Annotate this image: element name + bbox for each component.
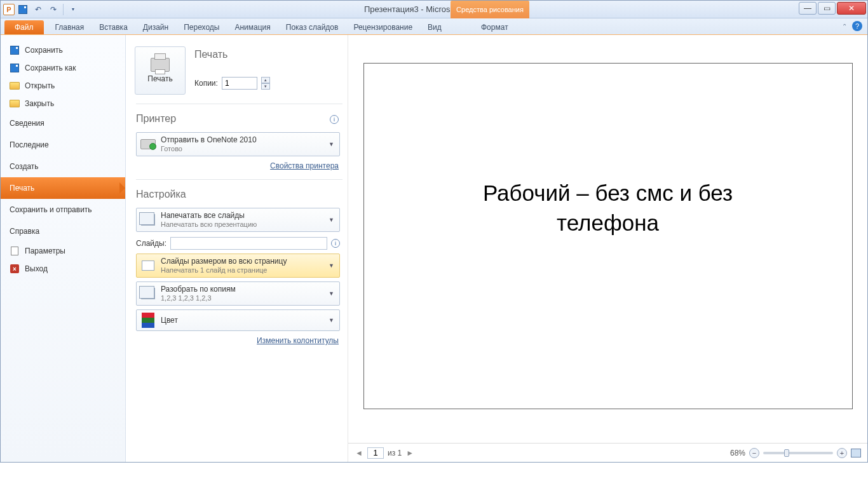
qat-separator bbox=[63, 4, 64, 15]
layout-sub: Напечатать 1 слайд на странице bbox=[161, 266, 287, 274]
nav-save-send[interactable]: Сохранить и отправить bbox=[1, 199, 125, 220]
preview-footer: ◄ из 1 ► 68% − + bbox=[348, 443, 867, 462]
collate-title: Разобрать по копиям bbox=[161, 285, 236, 294]
printer-info-icon[interactable]: i bbox=[330, 115, 339, 124]
layout-title: Слайды размером во всю страницу bbox=[161, 257, 287, 266]
copies-spinner[interactable]: ▴▾ bbox=[261, 77, 270, 90]
page-of-label: из 1 bbox=[388, 449, 402, 457]
slides-stack-icon bbox=[141, 214, 155, 226]
printer-properties-link[interactable]: Свойства принтера bbox=[131, 161, 339, 170]
title-bar: P ↶ ↷ ▾ Презентация3 - Microsoft PowerPo… bbox=[1, 1, 867, 18]
printer-small-icon bbox=[140, 139, 156, 149]
nav-save-send-label: Сохранить и отправить bbox=[10, 205, 92, 214]
nav-open[interactable]: Открыть bbox=[1, 77, 125, 95]
chevron-down-icon: ▼ bbox=[329, 217, 334, 223]
collate-dropdown[interactable]: Разобрать по копиям 1,2,3 1,2,3 1,2,3 ▼ bbox=[136, 281, 340, 306]
next-page-button[interactable]: ► bbox=[405, 449, 414, 457]
slides-range-input[interactable] bbox=[170, 237, 327, 250]
contextual-tab-drawing: Средства рисования bbox=[451, 1, 529, 18]
tab-home[interactable]: Главная bbox=[48, 20, 92, 34]
settings-header: Настройка bbox=[136, 189, 348, 200]
printer-dropdown[interactable]: Отправить в OneNote 2010 Готово ▼ bbox=[136, 132, 340, 156]
nav-help[interactable]: Справка bbox=[1, 220, 125, 242]
print-button[interactable]: Печать bbox=[135, 46, 186, 95]
minimize-ribbon-icon[interactable]: ⌃ bbox=[842, 23, 847, 30]
separator bbox=[136, 179, 342, 180]
nav-close-label: Закрыть bbox=[25, 99, 54, 108]
chevron-down-icon: ▼ bbox=[329, 141, 334, 147]
print-range-sub: Напечатать всю презентацию bbox=[161, 220, 257, 229]
tab-file[interactable]: Файл bbox=[4, 20, 44, 34]
layout-dropdown[interactable]: Слайды размером во всю страницу Напечата… bbox=[136, 254, 340, 278]
slides-info-icon[interactable]: i bbox=[331, 239, 340, 248]
nav-print[interactable]: Печать bbox=[1, 177, 125, 199]
color-dropdown[interactable]: Цвет ▼ bbox=[136, 309, 340, 331]
chevron-down-icon: ▼ bbox=[329, 290, 334, 297]
nav-new[interactable]: Создать bbox=[1, 156, 125, 177]
tab-view[interactable]: Вид bbox=[420, 20, 449, 34]
edit-header-footer-link[interactable]: Изменить колонтитулы bbox=[131, 336, 339, 345]
tab-design[interactable]: Дизайн bbox=[135, 20, 176, 34]
tab-transitions[interactable]: Переходы bbox=[176, 20, 227, 34]
qat-customize[interactable]: ▾ bbox=[66, 3, 80, 17]
zoom-out-button[interactable]: − bbox=[749, 448, 759, 458]
copies-input[interactable] bbox=[222, 77, 257, 90]
nav-close[interactable]: Закрыть bbox=[1, 95, 125, 112]
zoom-slider[interactable] bbox=[763, 452, 833, 454]
print-settings-panel: Печать Печать Копии: ▴▾ Принтер i bbox=[126, 35, 348, 462]
tab-animation[interactable]: Анимация bbox=[227, 20, 278, 34]
nav-options-label: Параметры bbox=[25, 247, 65, 255]
nav-exit[interactable]: ×Выход bbox=[1, 260, 125, 278]
color-title: Цвет bbox=[161, 316, 178, 325]
nav-save[interactable]: Сохранить bbox=[1, 41, 125, 59]
printer-header: Принтер bbox=[136, 113, 176, 125]
chevron-down-icon: ▼ bbox=[329, 317, 334, 323]
slide-preview: Рабочий – без смс и без телефона bbox=[363, 63, 853, 409]
nav-options[interactable]: Параметры bbox=[1, 242, 125, 260]
page-number-input[interactable] bbox=[367, 447, 384, 459]
slide-text-line2: телефона bbox=[483, 208, 733, 238]
tab-insert[interactable]: Вставка bbox=[92, 20, 135, 34]
printer-name: Отправить в OneNote 2010 bbox=[161, 135, 257, 144]
page-outline-icon bbox=[142, 261, 154, 271]
tab-review[interactable]: Рецензирование bbox=[346, 20, 420, 34]
print-preview-panel: Рабочий – без смс и без телефона ◄ из 1 … bbox=[348, 35, 867, 462]
qat-redo[interactable]: ↷ bbox=[46, 3, 60, 17]
window-close[interactable]: ✕ bbox=[837, 2, 866, 15]
nav-save-label: Сохранить bbox=[25, 46, 63, 55]
nav-recent-label: Последние bbox=[10, 140, 49, 149]
collate-sub: 1,2,3 1,2,3 1,2,3 bbox=[161, 294, 236, 302]
print-header: Печать bbox=[194, 49, 270, 60]
backstage-nav: Сохранить Сохранить как Открыть Закрыть … bbox=[1, 35, 126, 462]
window-maximize[interactable]: ▭ bbox=[818, 2, 836, 15]
prev-page-button[interactable]: ◄ bbox=[355, 449, 363, 457]
slides-label: Слайды: bbox=[136, 239, 166, 248]
nav-info-label: Сведения bbox=[10, 119, 44, 128]
printer-status: Готово bbox=[161, 145, 257, 153]
nav-print-label: Печать bbox=[10, 184, 34, 193]
print-button-label: Печать bbox=[147, 74, 172, 83]
nav-info[interactable]: Сведения bbox=[1, 112, 125, 134]
slide-text-line1: Рабочий – без смс и без bbox=[483, 178, 733, 208]
nav-recent[interactable]: Последние bbox=[1, 134, 125, 156]
printer-icon bbox=[151, 58, 170, 72]
nav-open-label: Открыть bbox=[25, 81, 55, 90]
print-range-dropdown[interactable]: Напечатать все слайды Напечатать всю пре… bbox=[136, 208, 340, 232]
help-icon[interactable]: ? bbox=[852, 21, 862, 31]
qat-undo[interactable]: ↶ bbox=[31, 3, 45, 17]
qat-save[interactable] bbox=[16, 3, 30, 17]
tab-format[interactable]: Формат bbox=[473, 20, 516, 34]
window-minimize[interactable]: — bbox=[799, 2, 817, 15]
chevron-down-icon: ▼ bbox=[329, 262, 334, 269]
zoom-in-button[interactable]: + bbox=[837, 448, 847, 458]
nav-save-as-label: Сохранить как bbox=[25, 64, 76, 72]
fit-to-window-button[interactable] bbox=[851, 449, 861, 457]
nav-exit-label: Выход bbox=[25, 264, 48, 273]
nav-save-as[interactable]: Сохранить как bbox=[1, 59, 125, 77]
separator bbox=[136, 104, 342, 104]
print-range-title: Напечатать все слайды bbox=[161, 211, 257, 220]
tab-slideshow[interactable]: Показ слайдов bbox=[278, 20, 346, 34]
color-swatch-icon bbox=[142, 313, 154, 328]
copies-label: Копии: bbox=[194, 79, 218, 88]
nav-new-label: Создать bbox=[10, 162, 39, 171]
